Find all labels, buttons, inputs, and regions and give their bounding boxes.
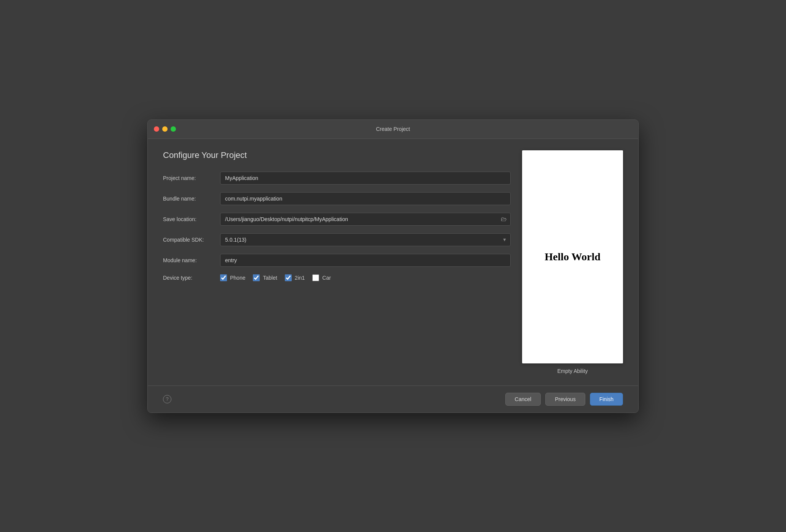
footer-left: ? [163,395,171,403]
phone-checkbox-item: Phone [220,274,245,281]
car-checkbox-item: Car [312,274,331,281]
page-title: Configure Your Project [163,150,511,160]
device-type-row: Device type: Phone Tablet 2in1 [163,274,511,281]
car-label: Car [322,275,331,281]
minimize-button[interactable] [162,126,168,132]
previous-button[interactable]: Previous [545,393,585,406]
main-content: Configure Your Project Project name: Bun… [148,139,638,385]
cancel-button[interactable]: Cancel [505,393,541,406]
bundle-name-input[interactable] [220,192,511,205]
preview-frame: Hello World [522,150,623,363]
titlebar: Create Project [148,120,638,139]
preview-section: Hello World Empty Ability [522,150,623,374]
module-name-row: Module name: [163,254,511,267]
hello-world-text: Hello World [545,251,601,263]
create-project-window: Create Project Configure Your Project Pr… [147,119,639,413]
sdk-row: Compatible SDK: 5.0.1(13) 4.1.0(11) 4.0.… [163,233,511,246]
2in1-checkbox[interactable] [285,274,292,281]
2in1-checkbox-item: 2in1 [285,274,305,281]
tablet-checkbox[interactable] [253,274,260,281]
module-name-label: Module name: [163,257,220,263]
module-name-input[interactable] [220,254,511,267]
traffic-lights [154,126,176,132]
template-label: Empty Ability [557,368,588,374]
project-name-label: Project name: [163,175,220,181]
footer: ? Cancel Previous Finish [148,385,638,413]
sdk-select[interactable]: 5.0.1(13) 4.1.0(11) 4.0.0(10) [220,233,511,246]
form-section: Configure Your Project Project name: Bun… [163,150,511,374]
device-type-checkboxes: Phone Tablet 2in1 Car [220,274,511,281]
footer-buttons: Cancel Previous Finish [505,393,623,406]
folder-icon[interactable]: 🗁 [501,216,507,223]
2in1-label: 2in1 [295,275,305,281]
tablet-label: Tablet [263,275,277,281]
maximize-button[interactable] [171,126,176,132]
save-location-label: Save location: [163,216,220,222]
tablet-checkbox-item: Tablet [253,274,277,281]
save-location-row: Save location: 🗁 [163,213,511,226]
phone-checkbox[interactable] [220,274,227,281]
save-location-field: 🗁 [220,213,511,226]
window-title: Create Project [376,126,410,132]
sdk-label: Compatible SDK: [163,237,220,243]
finish-button[interactable]: Finish [590,393,623,406]
device-type-label: Device type: [163,275,220,281]
help-icon[interactable]: ? [163,395,171,403]
bundle-name-label: Bundle name: [163,196,220,202]
save-location-input[interactable] [220,213,511,226]
close-button[interactable] [154,126,159,132]
project-name-row: Project name: [163,172,511,185]
sdk-select-wrapper: 5.0.1(13) 4.1.0(11) 4.0.0(10) ▼ [220,233,511,246]
car-checkbox[interactable] [312,274,319,281]
bundle-name-row: Bundle name: [163,192,511,205]
project-name-input[interactable] [220,172,511,185]
phone-label: Phone [230,275,245,281]
